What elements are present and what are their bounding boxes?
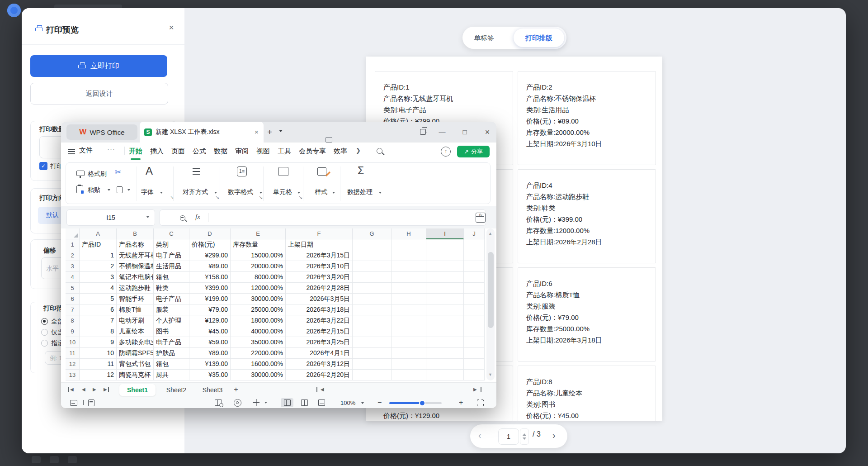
grid-cell[interactable] bbox=[464, 304, 485, 315]
grid-cell[interactable]: 8 bbox=[80, 326, 117, 337]
zoom-slider-knob[interactable] bbox=[420, 401, 425, 405]
grid-cell[interactable]: ¥199.00 bbox=[189, 294, 231, 304]
column-header-B[interactable]: B bbox=[117, 228, 154, 239]
prev-page-icon[interactable]: ‹ bbox=[478, 430, 481, 441]
grid-cell[interactable] bbox=[464, 294, 485, 304]
column-header-I[interactable]: I bbox=[426, 228, 464, 239]
grid-cell[interactable] bbox=[392, 239, 426, 250]
step-down-icon[interactable] bbox=[523, 437, 526, 442]
grid-cell[interactable]: 电动牙刷 bbox=[117, 315, 154, 326]
grid-cell[interactable] bbox=[464, 370, 485, 380]
first-sheet-icon[interactable]: ◀ bbox=[70, 387, 74, 392]
grid-cell[interactable] bbox=[353, 326, 392, 337]
grid-cell[interactable]: 类别 bbox=[154, 239, 189, 250]
grid-cell[interactable]: 9 bbox=[80, 337, 117, 348]
grid-cell[interactable]: 库存数量 bbox=[231, 239, 286, 250]
print-checkbox[interactable]: ✓ bbox=[39, 162, 47, 170]
grid-cell[interactable]: ¥399.00 bbox=[189, 283, 231, 294]
toggle-single-label[interactable]: 单标签 bbox=[474, 27, 494, 49]
grid-cell[interactable] bbox=[392, 272, 426, 283]
grid-cell[interactable]: 防晒霜SPF50 bbox=[117, 348, 154, 359]
grid-cell[interactable]: 2026年3月18日 bbox=[286, 304, 353, 315]
grid-cell[interactable] bbox=[392, 326, 426, 337]
grid-cell[interactable]: 智能手环 bbox=[117, 294, 154, 304]
grid-cell[interactable]: 2026年2月15日 bbox=[286, 326, 353, 337]
grid-cell[interactable] bbox=[464, 315, 485, 326]
sheet-tab-sheet1[interactable]: Sheet1 bbox=[119, 384, 156, 396]
grid-cell[interactable] bbox=[464, 250, 485, 261]
row-header-1[interactable]: 1 bbox=[66, 239, 80, 250]
document-map-icon[interactable] bbox=[88, 399, 94, 406]
row-header-7[interactable]: 7 bbox=[66, 304, 80, 315]
grid-cell[interactable]: 2026年4月1日 bbox=[286, 348, 353, 359]
grid-cell[interactable] bbox=[464, 337, 485, 348]
grid-cell[interactable] bbox=[392, 261, 426, 272]
grid-cell[interactable]: 个人护理 bbox=[154, 315, 189, 326]
grid-cell[interactable]: ¥129.00 bbox=[189, 315, 231, 326]
close-icon[interactable]: × bbox=[165, 22, 177, 33]
zoom-level[interactable]: 100% bbox=[340, 399, 355, 406]
grid-cell[interactable]: ¥89.00 bbox=[189, 261, 231, 272]
grid-cell[interactable] bbox=[426, 304, 464, 315]
grid-cell[interactable]: 电子产品 bbox=[154, 294, 189, 304]
scroll-up-icon[interactable]: ▲ bbox=[488, 231, 492, 236]
grid-cell[interactable]: 2026年2月28日 bbox=[286, 283, 353, 294]
zoom-in-icon[interactable]: + bbox=[459, 399, 463, 407]
grid-cell[interactable]: 运动跑步鞋 bbox=[117, 283, 154, 294]
grid-cell[interactable]: 箱包 bbox=[154, 272, 189, 283]
grid-cell[interactable]: 3 bbox=[80, 272, 117, 283]
eye-protection-icon[interactable] bbox=[234, 399, 241, 407]
grid-cell[interactable]: 产品ID bbox=[80, 239, 117, 250]
grid-cell[interactable]: 儿童绘本 bbox=[117, 326, 154, 337]
grid-cell[interactable]: 12 bbox=[80, 370, 117, 380]
grid-cell[interactable]: 产品名称 bbox=[117, 239, 154, 250]
grid-cell[interactable] bbox=[426, 315, 464, 326]
grid-cell[interactable] bbox=[392, 359, 426, 370]
last-sheet-icon[interactable]: ▶ bbox=[104, 387, 107, 392]
toggle-print-layout[interactable]: 打印排版 bbox=[514, 29, 564, 47]
grid-cell[interactable]: 2026年3月10日 bbox=[286, 261, 353, 272]
grid-cell[interactable] bbox=[392, 250, 426, 261]
select-all-corner[interactable] bbox=[66, 228, 80, 239]
scroll-left-icon[interactable]: ◀ bbox=[321, 387, 324, 392]
grid-cell[interactable]: 20000.00% bbox=[231, 261, 286, 272]
grid-cell[interactable]: 图书 bbox=[154, 326, 189, 337]
grid-cell[interactable]: 11 bbox=[80, 359, 117, 370]
grid-cell[interactable]: ¥35.00 bbox=[189, 370, 231, 380]
grid-cell[interactable] bbox=[464, 359, 485, 370]
grid-cell[interactable] bbox=[426, 272, 464, 283]
column-header-H[interactable]: H bbox=[392, 228, 426, 239]
row-header-13[interactable]: 13 bbox=[66, 370, 80, 380]
zoom-chevron-icon[interactable] bbox=[361, 402, 364, 405]
grid-cell[interactable]: 生活用品 bbox=[154, 261, 189, 272]
grid-cell[interactable] bbox=[426, 348, 464, 359]
row-header-5[interactable]: 5 bbox=[66, 283, 80, 294]
row-header-2[interactable]: 2 bbox=[66, 250, 80, 261]
zoom-slider[interactable] bbox=[389, 402, 442, 404]
vertical-scroll-thumb[interactable] bbox=[488, 252, 494, 328]
grid-cell[interactable]: 2026年3月15日 bbox=[286, 250, 353, 261]
grid-cell[interactable]: 35000.00% bbox=[231, 337, 286, 348]
grid-cell[interactable] bbox=[392, 337, 426, 348]
grid-cell[interactable] bbox=[353, 239, 392, 250]
grid-cell[interactable]: 2026年3月20日 bbox=[286, 272, 353, 283]
grid-cell[interactable]: 陶瓷马克杯 bbox=[117, 370, 154, 380]
grid-cell[interactable]: 7 bbox=[80, 315, 117, 326]
macro-record-icon[interactable] bbox=[70, 400, 77, 406]
grid-cell[interactable]: 鞋类 bbox=[154, 283, 189, 294]
grid-cell[interactable] bbox=[353, 359, 392, 370]
grid-cell[interactable]: 2026年3月25日 bbox=[286, 337, 353, 348]
grid-cell[interactable]: ¥139.00 bbox=[189, 359, 231, 370]
row-header-3[interactable]: 3 bbox=[66, 261, 80, 272]
grid-cell[interactable] bbox=[392, 348, 426, 359]
grid-cell[interactable]: ¥59.00 bbox=[189, 337, 231, 348]
sheet-tab-sheet3[interactable]: Sheet3 bbox=[196, 384, 229, 396]
range-option-all-radio[interactable] bbox=[41, 318, 48, 325]
grid-cell[interactable] bbox=[392, 304, 426, 315]
row-header-8[interactable]: 8 bbox=[66, 315, 80, 326]
row-header-12[interactable]: 12 bbox=[66, 359, 80, 370]
grid-cell[interactable] bbox=[464, 239, 485, 250]
grid-cell[interactable]: 棉质T恤 bbox=[117, 304, 154, 315]
grid-cell[interactable] bbox=[353, 272, 392, 283]
page-break-view-button[interactable] bbox=[315, 398, 328, 407]
